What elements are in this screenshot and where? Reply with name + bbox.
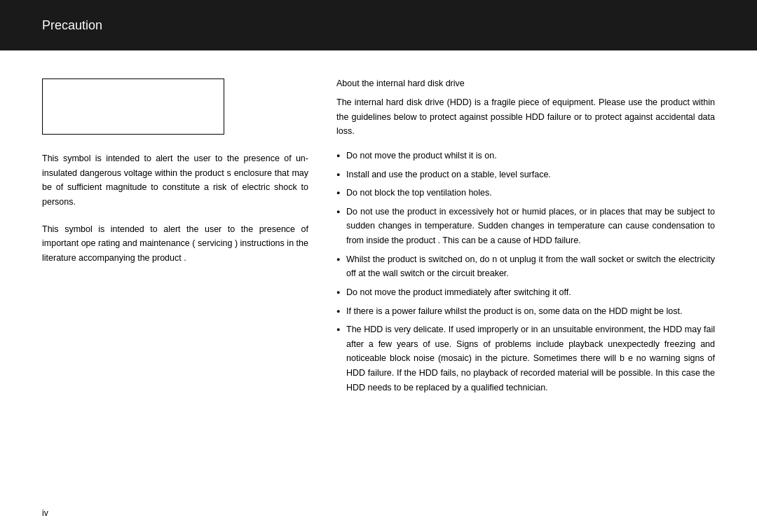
bullet-item-3: Do not use the product in excessively ho… <box>336 205 715 248</box>
bullet-item-0: Do not move the product whilst it is on. <box>336 149 715 163</box>
bullet-item-2: Do not block the top ventilation holes. <box>336 186 715 200</box>
symbol-image-box <box>42 79 224 135</box>
bullet-item-5: Do not move the product immediately afte… <box>336 285 715 300</box>
page-number: iv <box>42 508 48 518</box>
main-content: This symbol is intended to alert the use… <box>0 50 757 532</box>
bullet-item-4: Whilst the product is switched on, do n … <box>336 252 715 281</box>
bullet-list: Do not move the product whilst it is on.… <box>336 149 715 395</box>
left-para-1: This symbol is intended to alert the use… <box>42 151 308 210</box>
bullet-item-1: Install and use the product on a stable,… <box>336 168 715 182</box>
bullet-item-6: If there is a power failure whilst the p… <box>336 304 715 319</box>
page-title: Precaution <box>42 18 102 33</box>
section-title: About the internal hard disk drive <box>336 79 715 88</box>
right-column: About the internal hard disk drive The i… <box>336 71 715 518</box>
left-para-2: This symbol is intended to alert the use… <box>42 222 308 266</box>
intro-paragraph: The internal hard disk drive (HDD) is a … <box>336 95 715 139</box>
bullet-item-7: The HDD is very delicate. If used improp… <box>336 322 715 395</box>
page-header: Precaution <box>0 0 757 50</box>
left-column: This symbol is intended to alert the use… <box>42 71 308 518</box>
